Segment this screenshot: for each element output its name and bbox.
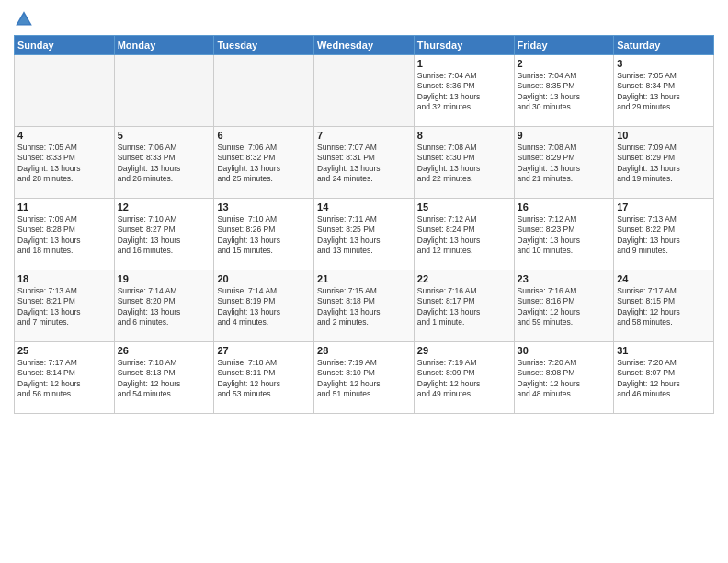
day-number: 11 (17, 201, 111, 213)
day-number: 15 (417, 201, 511, 213)
day-cell: 29Sunrise: 7:19 AM Sunset: 8:09 PM Dayli… (414, 342, 514, 414)
day-cell: 30Sunrise: 7:20 AM Sunset: 8:08 PM Dayli… (514, 342, 614, 414)
day-number: 23 (518, 273, 611, 284)
day-number: 8 (417, 130, 511, 141)
day-info: Sunrise: 7:13 AM Sunset: 8:22 PM Dayligh… (617, 214, 711, 257)
day-info: Sunrise: 7:12 AM Sunset: 8:23 PM Dayligh… (518, 214, 611, 257)
day-number: 30 (518, 345, 611, 356)
day-cell: 9Sunrise: 7:08 AM Sunset: 8:29 PM Daylig… (514, 127, 614, 199)
day-cell: 15Sunrise: 7:12 AM Sunset: 8:24 PM Dayli… (414, 199, 514, 270)
day-number: 3 (617, 58, 711, 69)
day-cell: 24Sunrise: 7:17 AM Sunset: 8:15 PM Dayli… (614, 270, 714, 342)
day-cell: 4Sunrise: 7:05 AM Sunset: 8:33 PM Daylig… (15, 127, 115, 199)
day-cell: 12Sunrise: 7:10 AM Sunset: 8:27 PM Dayli… (114, 199, 214, 270)
day-number: 4 (17, 130, 111, 141)
day-number: 7 (317, 130, 411, 141)
day-info: Sunrise: 7:06 AM Sunset: 8:33 PM Dayligh… (118, 143, 211, 185)
day-number: 18 (17, 273, 111, 284)
day-info: Sunrise: 7:11 AM Sunset: 8:25 PM Dayligh… (317, 214, 411, 257)
day-cell: 22Sunrise: 7:16 AM Sunset: 8:17 PM Dayli… (414, 270, 514, 342)
day-number: 12 (118, 201, 211, 213)
day-info: Sunrise: 7:08 AM Sunset: 8:30 PM Dayligh… (417, 143, 511, 185)
day-info: Sunrise: 7:14 AM Sunset: 8:20 PM Dayligh… (118, 286, 211, 328)
day-info: Sunrise: 7:08 AM Sunset: 8:29 PM Dayligh… (518, 143, 611, 185)
page-container: SundayMondayTuesdayWednesdayThursdayFrid… (0, 0, 728, 421)
day-cell: 3Sunrise: 7:05 AM Sunset: 8:34 PM Daylig… (614, 55, 714, 127)
day-info: Sunrise: 7:19 AM Sunset: 8:09 PM Dayligh… (417, 358, 511, 400)
day-number: 25 (17, 345, 111, 356)
day-info: Sunrise: 7:20 AM Sunset: 8:07 PM Dayligh… (617, 358, 711, 400)
day-cell: 31Sunrise: 7:20 AM Sunset: 8:07 PM Dayli… (614, 342, 714, 414)
day-info: Sunrise: 7:16 AM Sunset: 8:16 PM Dayligh… (518, 286, 611, 328)
day-cell: 26Sunrise: 7:18 AM Sunset: 8:13 PM Dayli… (114, 342, 214, 414)
day-info: Sunrise: 7:10 AM Sunset: 8:27 PM Dayligh… (118, 214, 211, 257)
day-number: 13 (217, 201, 311, 213)
day-number: 5 (118, 130, 211, 141)
day-cell: 11Sunrise: 7:09 AM Sunset: 8:28 PM Dayli… (15, 199, 115, 270)
day-number: 14 (317, 201, 411, 213)
day-cell: 21Sunrise: 7:15 AM Sunset: 8:18 PM Dayli… (314, 270, 415, 342)
day-cell: 27Sunrise: 7:18 AM Sunset: 8:11 PM Dayli… (214, 342, 314, 414)
day-info: Sunrise: 7:18 AM Sunset: 8:11 PM Dayligh… (217, 358, 311, 400)
day-cell: 25Sunrise: 7:17 AM Sunset: 8:14 PM Dayli… (15, 342, 115, 414)
day-cell: 7Sunrise: 7:07 AM Sunset: 8:31 PM Daylig… (314, 127, 415, 199)
day-cell: 20Sunrise: 7:14 AM Sunset: 8:19 PM Dayli… (214, 270, 314, 342)
day-cell: 1Sunrise: 7:04 AM Sunset: 8:36 PM Daylig… (414, 55, 514, 127)
week-row-1: 1Sunrise: 7:04 AM Sunset: 8:36 PM Daylig… (15, 55, 714, 127)
day-cell: 19Sunrise: 7:14 AM Sunset: 8:20 PM Dayli… (114, 270, 214, 342)
day-cell: 6Sunrise: 7:06 AM Sunset: 8:32 PM Daylig… (214, 127, 314, 199)
day-info: Sunrise: 7:13 AM Sunset: 8:21 PM Dayligh… (17, 286, 111, 328)
day-info: Sunrise: 7:20 AM Sunset: 8:08 PM Dayligh… (518, 358, 611, 400)
day-info: Sunrise: 7:07 AM Sunset: 8:31 PM Dayligh… (317, 143, 411, 185)
weekday-header-thursday: Thursday (414, 36, 514, 55)
day-number: 24 (617, 273, 711, 284)
day-cell: 18Sunrise: 7:13 AM Sunset: 8:21 PM Dayli… (15, 270, 115, 342)
day-number: 10 (617, 130, 711, 141)
day-number: 19 (118, 273, 211, 284)
week-row-2: 4Sunrise: 7:05 AM Sunset: 8:33 PM Daylig… (15, 127, 714, 199)
calendar-table: SundayMondayTuesdayWednesdayThursdayFrid… (14, 35, 714, 414)
day-cell (15, 55, 115, 127)
day-info: Sunrise: 7:04 AM Sunset: 8:36 PM Dayligh… (417, 71, 511, 113)
day-cell: 10Sunrise: 7:09 AM Sunset: 8:29 PM Dayli… (614, 127, 714, 199)
week-row-5: 25Sunrise: 7:17 AM Sunset: 8:14 PM Dayli… (15, 342, 714, 414)
day-number: 31 (617, 345, 711, 356)
day-info: Sunrise: 7:15 AM Sunset: 8:18 PM Dayligh… (317, 286, 411, 328)
day-info: Sunrise: 7:18 AM Sunset: 8:13 PM Dayligh… (118, 358, 211, 400)
weekday-header-saturday: Saturday (614, 36, 714, 55)
day-info: Sunrise: 7:05 AM Sunset: 8:34 PM Dayligh… (617, 71, 711, 113)
day-number: 22 (417, 273, 511, 284)
weekday-header-sunday: Sunday (15, 36, 115, 55)
day-number: 20 (217, 273, 311, 284)
day-cell: 16Sunrise: 7:12 AM Sunset: 8:23 PM Dayli… (514, 199, 614, 270)
week-row-4: 18Sunrise: 7:13 AM Sunset: 8:21 PM Dayli… (15, 270, 714, 342)
day-info: Sunrise: 7:12 AM Sunset: 8:24 PM Dayligh… (417, 214, 511, 257)
day-info: Sunrise: 7:17 AM Sunset: 8:14 PM Dayligh… (17, 358, 111, 400)
day-number: 28 (317, 345, 411, 356)
day-number: 9 (518, 130, 611, 141)
day-number: 17 (617, 201, 711, 213)
day-cell (214, 55, 314, 127)
day-info: Sunrise: 7:19 AM Sunset: 8:10 PM Dayligh… (317, 358, 411, 400)
weekday-header-monday: Monday (114, 36, 214, 55)
weekday-header-row: SundayMondayTuesdayWednesdayThursdayFrid… (15, 36, 714, 55)
day-info: Sunrise: 7:14 AM Sunset: 8:19 PM Dayligh… (217, 286, 311, 328)
header-area (14, 9, 714, 29)
day-cell (114, 55, 214, 127)
day-cell (314, 55, 415, 127)
weekday-header-tuesday: Tuesday (214, 36, 314, 55)
day-cell: 14Sunrise: 7:11 AM Sunset: 8:25 PM Dayli… (314, 199, 415, 270)
day-number: 29 (417, 345, 511, 356)
weekday-header-friday: Friday (514, 36, 614, 55)
day-cell: 13Sunrise: 7:10 AM Sunset: 8:26 PM Dayli… (214, 199, 314, 270)
logo (14, 9, 38, 29)
weekday-header-wednesday: Wednesday (314, 36, 415, 55)
day-cell: 2Sunrise: 7:04 AM Sunset: 8:35 PM Daylig… (514, 55, 614, 127)
day-info: Sunrise: 7:06 AM Sunset: 8:32 PM Dayligh… (217, 143, 311, 185)
day-number: 1 (417, 58, 511, 69)
day-number: 16 (518, 201, 611, 213)
week-row-3: 11Sunrise: 7:09 AM Sunset: 8:28 PM Dayli… (15, 199, 714, 270)
day-info: Sunrise: 7:09 AM Sunset: 8:29 PM Dayligh… (617, 143, 711, 185)
day-cell: 28Sunrise: 7:19 AM Sunset: 8:10 PM Dayli… (314, 342, 415, 414)
day-info: Sunrise: 7:16 AM Sunset: 8:17 PM Dayligh… (417, 286, 511, 328)
